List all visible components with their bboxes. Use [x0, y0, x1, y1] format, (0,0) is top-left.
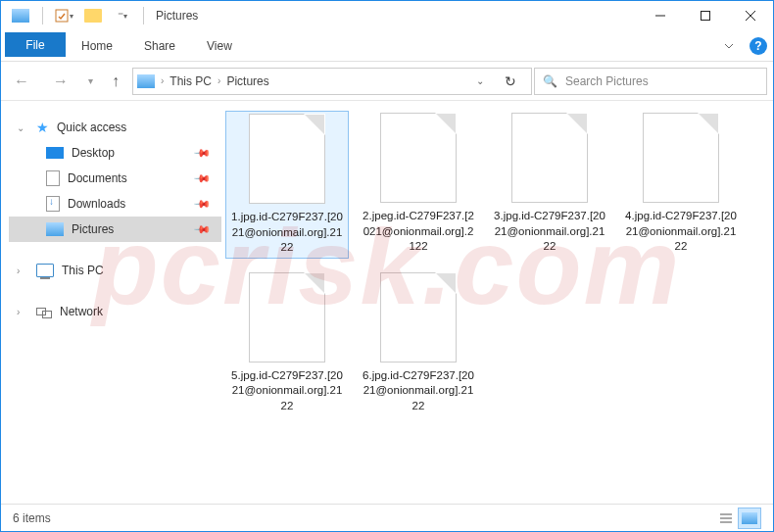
app-icon — [7, 5, 34, 26]
file-name: 4.jpg.id-C279F237.[2021@onionmail.org].2… — [621, 209, 741, 255]
sidebar-item-pictures[interactable]: Pictures 📌 — [9, 217, 221, 242]
chevron-right-icon: › — [17, 307, 28, 317]
chevron-right-icon: › — [218, 75, 220, 86]
tab-share[interactable]: Share — [128, 33, 191, 58]
network-icon — [36, 305, 52, 318]
details-view-button[interactable] — [714, 508, 738, 529]
chevron-right-icon: › — [161, 75, 164, 86]
file-item[interactable]: 5.jpg.id-C279F237.[2021@onionmail.org].2… — [225, 270, 349, 416]
qat-folder-button[interactable] — [80, 5, 106, 26]
sidebar-item-downloads[interactable]: Downloads 📌 — [9, 191, 221, 217]
thumbnails-icon — [742, 512, 757, 524]
up-button[interactable]: ↑ — [101, 67, 130, 96]
ribbon: File Home Share View ? — [1, 30, 773, 62]
maximize-button[interactable] — [683, 1, 728, 30]
pin-icon: 📌 — [193, 195, 211, 213]
file-name: 1.jpg.id-C279F237.[2021@onionmail.org].2… — [228, 210, 346, 256]
window-title: Pictures — [152, 9, 198, 23]
search-placeholder: Search Pictures — [565, 74, 649, 88]
search-icon: 🔍 — [543, 74, 557, 88]
sidebar-item-quick-access[interactable]: ⌄ ★ Quick access — [9, 115, 221, 140]
sidebar-item-label: Downloads — [68, 197, 188, 211]
separator — [42, 7, 43, 24]
file-item[interactable]: 6.jpg.id-C279F237.[2021@onionmail.org].2… — [357, 270, 480, 416]
separator — [143, 7, 144, 24]
file-name: 6.jpg.id-C279F237.[2021@onionmail.org].2… — [359, 368, 478, 414]
expand-ribbon-button[interactable] — [714, 40, 744, 52]
document-icon — [46, 170, 60, 186]
recent-locations-button[interactable]: ▾ — [81, 67, 99, 96]
location-icon — [137, 74, 155, 88]
qat-customize-button[interactable]: ⁼▾ — [110, 5, 135, 26]
navigation-pane: ⌄ ★ Quick access Desktop 📌 Documents 📌 D… — [1, 101, 221, 504]
file-name: 5.jpg.id-C279F237.[2021@onionmail.org].2… — [227, 368, 347, 414]
sidebar-item-label: Quick access — [57, 121, 208, 134]
pc-icon — [36, 264, 54, 277]
breadcrumb-bar[interactable]: › This PC › Pictures ⌄ ↻ — [132, 68, 532, 95]
pin-icon: 📌 — [193, 144, 211, 162]
back-button[interactable]: ← — [3, 67, 40, 96]
address-bar: ← → ▾ ↑ › This PC › Pictures ⌄ ↻ 🔍 Searc… — [1, 62, 773, 101]
file-icon — [249, 272, 325, 363]
pictures-icon — [46, 222, 64, 236]
sidebar-item-documents[interactable]: Documents 📌 — [9, 166, 221, 191]
star-icon: ★ — [36, 120, 49, 135]
file-icon — [643, 113, 719, 203]
pin-icon: 📌 — [193, 169, 211, 187]
sidebar-item-label: This PC — [62, 264, 208, 277]
sidebar-item-label: Documents — [68, 171, 188, 185]
chevron-right-icon: › — [17, 266, 28, 276]
downloads-icon — [46, 196, 60, 212]
search-input[interactable]: 🔍 Search Pictures — [534, 68, 767, 95]
close-button[interactable] — [728, 1, 773, 30]
sidebar-item-this-pc[interactable]: › This PC — [9, 258, 221, 283]
file-icon — [380, 272, 457, 363]
sidebar-item-label: Pictures — [72, 222, 188, 236]
qat-properties-button[interactable]: ▾ — [51, 5, 76, 26]
chevron-down-icon: ⌄ — [17, 122, 28, 133]
title-bar: ▾ ⁼▾ Pictures — [1, 1, 773, 30]
file-item[interactable]: 3.jpg.id-C279F237.[2021@onionmail.org].2… — [488, 111, 611, 259]
minimize-button[interactable] — [638, 1, 683, 30]
tab-view[interactable]: View — [191, 33, 248, 58]
sidebar-item-label: Network — [60, 305, 208, 318]
breadcrumb-item[interactable]: This PC — [169, 74, 212, 88]
svg-rect-0 — [56, 10, 68, 22]
file-icon — [511, 113, 588, 203]
file-icon — [380, 113, 457, 203]
svg-rect-2 — [701, 12, 710, 21]
file-list[interactable]: 1.jpg.id-C279F237.[2021@onionmail.org].2… — [221, 101, 773, 504]
sidebar-item-label: Desktop — [72, 146, 188, 160]
forward-button[interactable]: → — [42, 67, 79, 96]
help-button[interactable]: ? — [744, 37, 773, 55]
file-name: 2.jpeg.id-C279F237.[2021@onionmail.org].… — [359, 209, 478, 255]
file-item[interactable]: 4.jpg.id-C279F237.[2021@onionmail.org].2… — [619, 111, 743, 259]
breadcrumb-item[interactable]: Pictures — [226, 74, 268, 88]
item-count: 6 items — [13, 511, 51, 525]
sidebar-item-network[interactable]: › Network — [9, 299, 221, 324]
status-bar: 6 items — [1, 504, 773, 531]
file-item[interactable]: 1.jpg.id-C279F237.[2021@onionmail.org].2… — [225, 111, 349, 259]
refresh-button[interactable]: ↻ — [494, 73, 527, 89]
tab-home[interactable]: Home — [66, 33, 128, 58]
address-dropdown-button[interactable]: ⌄ — [476, 75, 484, 86]
pin-icon: 📌 — [193, 220, 211, 238]
file-item[interactable]: 2.jpeg.id-C279F237.[2021@onionmail.org].… — [357, 111, 480, 259]
file-icon — [249, 114, 325, 204]
file-tab[interactable]: File — [5, 32, 66, 57]
sidebar-item-desktop[interactable]: Desktop 📌 — [9, 140, 221, 166]
thumbnails-view-button[interactable] — [738, 508, 761, 529]
desktop-icon — [46, 147, 64, 159]
file-name: 3.jpg.id-C279F237.[2021@onionmail.org].2… — [490, 209, 609, 255]
